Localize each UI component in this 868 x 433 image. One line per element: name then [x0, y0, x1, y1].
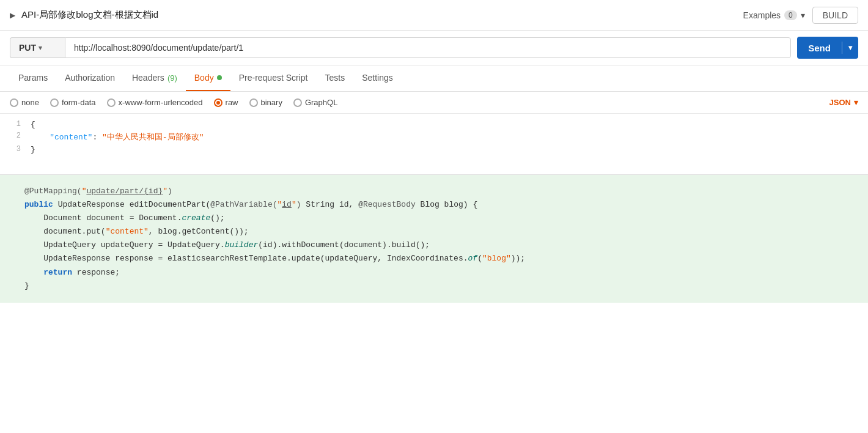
tab-headers-label: Headers: [132, 73, 164, 83]
radio-form-data-label: form-data: [62, 98, 96, 107]
radio-none-label: none: [21, 98, 39, 107]
radio-binary-circle: [249, 98, 258, 107]
tab-body[interactable]: Body: [186, 65, 230, 91]
radio-form-data[interactable]: form-data: [50, 98, 96, 107]
method-chevron-icon: ▾: [39, 44, 42, 52]
tab-pre-request-label: Pre-request Script: [239, 73, 308, 83]
code-line-6: UpdateQuery updateQuery = UpdateQuery.bu…: [24, 239, 856, 252]
radio-form-data-circle: [50, 98, 59, 107]
tab-tests[interactable]: Tests: [317, 65, 354, 91]
code-line-8: UpdateResponse response = elasticsearchR…: [24, 252, 856, 265]
line-num-2: 2: [0, 131, 31, 140]
header-bar: ▶ API-局部修改blog文档-根据文档id Examples 0 ▾ BUI…: [0, 0, 868, 31]
line-num-1: 1: [0, 120, 31, 128]
code-line-10: }: [24, 279, 856, 293]
method-selector[interactable]: PUT ▾: [10, 37, 65, 58]
radio-binary[interactable]: binary: [249, 98, 282, 107]
radio-graphql[interactable]: GraphQL: [293, 98, 337, 107]
tab-authorization[interactable]: Authorization: [56, 65, 123, 91]
json-editor[interactable]: 1 { 2 "content": "中华人民共和国-局部修改" 3 }: [0, 114, 868, 175]
tab-settings-label: Settings: [362, 73, 393, 83]
tab-pre-request[interactable]: Pre-request Script: [230, 65, 317, 91]
editor-line-2: 2 "content": "中华人民共和国-局部修改": [0, 130, 868, 144]
code-section: @PutMapping("update/part/{id}") public U…: [0, 175, 868, 303]
tab-authorization-label: Authorization: [65, 73, 115, 83]
expand-icon[interactable]: ▶: [10, 11, 15, 20]
editor-line-1: 1 {: [0, 119, 868, 130]
examples-label: Examples: [743, 10, 781, 20]
radio-none-circle: [10, 98, 18, 107]
radio-binary-label: binary: [261, 98, 282, 107]
editor-line-3: 3 }: [0, 144, 868, 155]
radio-x-www[interactable]: x-www-form-urlencoded: [107, 98, 203, 107]
radio-graphql-label: GraphQL: [305, 98, 337, 107]
json-selector[interactable]: JSON ▾: [829, 98, 858, 107]
build-button[interactable]: BUILD: [812, 7, 858, 24]
tabs-bar: Params Authorization Headers (9) Body Pr…: [0, 65, 868, 92]
radio-none[interactable]: none: [10, 98, 39, 107]
method-label: PUT: [19, 43, 36, 53]
url-bar: PUT ▾ Send ▾: [0, 31, 868, 65]
tab-settings[interactable]: Settings: [353, 65, 402, 91]
radio-x-www-circle: [107, 98, 116, 107]
tab-headers-count: (9): [167, 73, 177, 83]
line-content-3: }: [31, 145, 868, 154]
code-line-3: Document document = Document.create();: [24, 212, 856, 225]
send-chevron-icon[interactable]: ▾: [842, 43, 858, 52]
json-chevron-icon: ▾: [854, 98, 858, 107]
tab-headers[interactable]: Headers (9): [123, 65, 186, 91]
page-title: API-局部修改blog文档-根据文档id: [21, 9, 743, 21]
tab-body-dot: [217, 75, 222, 80]
line-content-1: {: [31, 120, 868, 129]
tab-params-label: Params: [18, 73, 48, 83]
code-line-9: return response;: [24, 266, 856, 279]
send-label: Send: [797, 43, 842, 53]
radio-x-www-label: x-www-form-urlencoded: [119, 98, 203, 107]
code-line-4: document.put("content", blog.getContent(…: [24, 225, 856, 239]
line-num-3: 3: [0, 145, 31, 154]
code-line-2: public UpdateResponse editDocumentPart(@…: [24, 198, 856, 212]
radio-raw-label: raw: [226, 98, 238, 107]
json-selector-label: JSON: [829, 98, 851, 107]
examples-button[interactable]: Examples 0 ▾: [743, 10, 805, 20]
tab-tests-label: Tests: [325, 73, 345, 83]
examples-chevron-icon: ▾: [801, 10, 805, 20]
radio-raw-circle: [214, 98, 223, 107]
line-content-2: "content": "中华人民共和国-局部修改": [31, 131, 868, 142]
header-right: Examples 0 ▾ BUILD: [743, 7, 858, 24]
send-button[interactable]: Send ▾: [797, 37, 858, 59]
url-input[interactable]: [65, 37, 791, 58]
tab-params[interactable]: Params: [10, 65, 56, 91]
tab-body-label: Body: [194, 73, 214, 83]
radio-graphql-circle: [293, 98, 302, 107]
code-line-1: @PutMapping("update/part/{id}"): [24, 185, 856, 198]
radio-raw[interactable]: raw: [214, 98, 238, 107]
examples-badge: 0: [784, 10, 797, 20]
body-type-bar: none form-data x-www-form-urlencoded raw…: [0, 92, 868, 114]
